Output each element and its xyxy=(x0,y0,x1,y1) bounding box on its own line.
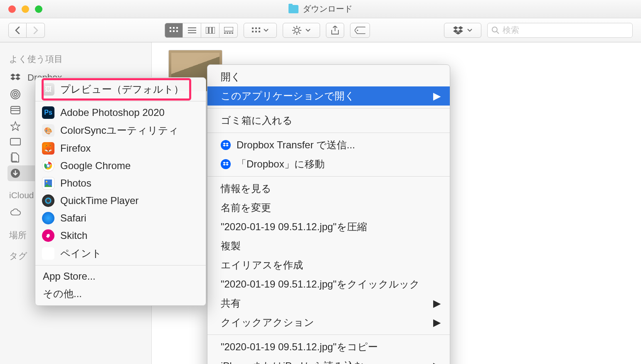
svg-line-30 xyxy=(299,27,300,28)
submenu-arrow-icon: ▶ xyxy=(433,360,441,364)
svg-rect-17 xyxy=(252,27,254,29)
search-input[interactable] xyxy=(503,25,628,35)
ctx-rename[interactable]: 名前を変更 xyxy=(207,198,450,217)
ctx-duplicate[interactable]: 複製 xyxy=(207,236,450,256)
svg-point-33 xyxy=(492,27,497,32)
arrange-button[interactable] xyxy=(244,23,277,38)
svg-rect-9 xyxy=(206,27,208,34)
ctx-import[interactable]: iPhoneまたはiPadから読み込む▶ xyxy=(207,357,450,364)
svg-rect-21 xyxy=(255,31,257,32)
titlebar: ダウンロード xyxy=(0,0,641,18)
svg-line-31 xyxy=(293,32,295,34)
column-view-button[interactable] xyxy=(201,23,219,38)
ctx-make-alias[interactable]: エイリアスを作成 xyxy=(207,256,450,275)
action-button[interactable] xyxy=(283,23,320,38)
svg-rect-16 xyxy=(232,32,233,34)
ctx-share[interactable]: 共有▶ xyxy=(207,294,450,313)
separator xyxy=(207,334,450,335)
submenu-arrow-icon: ▶ xyxy=(433,90,441,102)
ctx-dropbox-transfer[interactable]: Dropbox Transfer で送信... xyxy=(207,135,450,155)
svg-point-35 xyxy=(14,93,17,96)
desktop-icon xyxy=(10,137,21,146)
open-with-submenu: 🖼 プレビュー（デフォルト） Ps Adobe Photoshop 2020 🎨… xyxy=(35,77,206,306)
app-other[interactable]: その他... xyxy=(35,285,206,303)
close-button[interactable] xyxy=(8,5,16,13)
nav-buttons xyxy=(8,23,45,38)
photoshop-icon: Ps xyxy=(42,106,54,119)
svg-point-47 xyxy=(46,181,47,182)
svg-rect-4 xyxy=(173,30,175,32)
skitch-icon xyxy=(42,229,54,242)
colorsync-icon: 🎨 xyxy=(42,124,54,137)
app-chrome[interactable]: Google Chrome xyxy=(35,157,206,175)
separator xyxy=(207,108,450,108)
separator xyxy=(35,101,206,101)
ctx-copy[interactable]: "2020-01-19 09.51.12.jpg"をコピー xyxy=(207,337,450,357)
gear-icon xyxy=(292,26,301,35)
app-colorsync[interactable]: 🎨 ColorSyncユーティリティ xyxy=(35,121,206,140)
preview-icon: 🖼 xyxy=(42,83,54,96)
app-firefox[interactable]: 🦊 Firefox xyxy=(35,140,206,157)
airdrop-icon xyxy=(10,90,21,99)
app-paint[interactable]: 🖌 ペイント xyxy=(35,244,206,263)
back-button[interactable] xyxy=(8,23,27,38)
chrome-icon xyxy=(42,160,54,172)
svg-rect-41 xyxy=(10,138,20,145)
app-photos[interactable]: Photos xyxy=(35,175,206,192)
applications-icon xyxy=(10,121,21,130)
list-view-button[interactable] xyxy=(183,23,201,38)
svg-point-48 xyxy=(46,198,51,203)
chevron-down-icon xyxy=(306,29,311,32)
paint-icon: 🖌 xyxy=(42,247,54,260)
svg-line-28 xyxy=(293,27,295,28)
svg-rect-11 xyxy=(212,27,215,34)
app-quicktime[interactable]: QuickTime Player xyxy=(35,192,206,209)
icon-view-button[interactable] xyxy=(165,23,183,38)
minimize-button[interactable] xyxy=(22,5,29,13)
sidebar-favorites-header: よく使う項目 xyxy=(9,53,151,65)
svg-rect-22 xyxy=(259,31,260,32)
ctx-dropbox-move[interactable]: 「Dropbox」に移動 xyxy=(207,155,450,174)
svg-point-23 xyxy=(295,28,299,32)
photos-icon xyxy=(42,177,54,189)
svg-rect-1 xyxy=(173,27,175,29)
ctx-open-with[interactable]: このアプリケーションで開く ▶ xyxy=(207,86,450,106)
svg-point-45 xyxy=(47,165,49,167)
dropbox-icon xyxy=(453,26,463,34)
folder-icon xyxy=(288,5,298,13)
app-skitch[interactable]: Skitch xyxy=(35,227,206,244)
tags-button[interactable] xyxy=(350,23,370,38)
ctx-get-info[interactable]: 情報を見る xyxy=(207,179,450,198)
zoom-button[interactable] xyxy=(35,5,42,13)
app-preview[interactable]: 🖼 プレビュー（デフォルト） xyxy=(35,80,206,98)
dropbox-toolbar-button[interactable] xyxy=(444,23,481,38)
firefox-icon: 🦊 xyxy=(42,142,54,155)
ctx-open[interactable]: 開く xyxy=(207,67,450,86)
ctx-quick-action[interactable]: クイックアクション▶ xyxy=(207,313,450,332)
svg-line-34 xyxy=(497,32,499,34)
window-title: ダウンロード xyxy=(288,3,353,15)
ctx-trash[interactable]: ゴミ箱に入れる xyxy=(207,111,450,130)
svg-rect-14 xyxy=(227,32,228,34)
svg-rect-5 xyxy=(176,30,178,32)
search-field[interactable] xyxy=(487,23,633,38)
svg-rect-0 xyxy=(170,27,171,29)
separator xyxy=(207,176,450,177)
ctx-quicklook[interactable]: "2020-01-19 09.51.12.jpg"をクイックルック xyxy=(207,275,450,294)
app-appstore[interactable]: App Store... xyxy=(35,268,206,285)
view-buttons xyxy=(165,23,238,38)
downloads-icon xyxy=(10,169,21,178)
svg-rect-10 xyxy=(209,27,212,34)
svg-point-32 xyxy=(357,30,358,31)
ctx-compress[interactable]: "2020-01-19 09.51.12.jpg"を圧縮 xyxy=(207,217,450,236)
gallery-view-button[interactable] xyxy=(219,23,238,38)
svg-point-36 xyxy=(12,91,18,97)
svg-rect-15 xyxy=(229,32,231,34)
share-button[interactable] xyxy=(326,23,344,38)
app-safari[interactable]: Safari xyxy=(35,209,206,227)
app-photoshop[interactable]: Ps Adobe Photoshop 2020 xyxy=(35,104,206,121)
chevron-down-icon xyxy=(264,29,269,32)
cloud-icon xyxy=(10,208,21,217)
forward-button[interactable] xyxy=(27,23,45,38)
dropbox-icon xyxy=(10,73,21,82)
